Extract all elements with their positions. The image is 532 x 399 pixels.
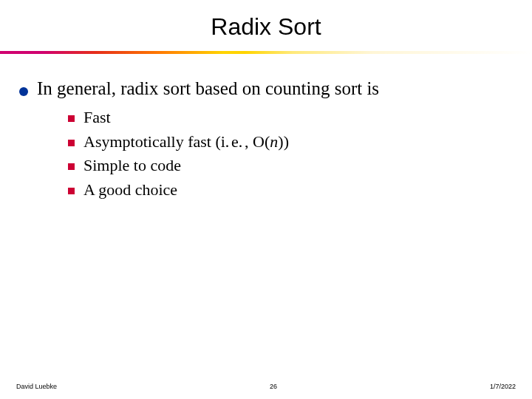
sub-bullet-list: Fast Asymptotically fast (i. e. , O(n)) … (68, 107, 532, 200)
footer-page-number: 26 (270, 383, 277, 390)
square-bullet-icon (68, 163, 75, 170)
top-bullet-row: In general, radix sort based on counting… (19, 78, 532, 100)
slide-footer: David Luebke 26 1/7/2022 (0, 383, 532, 390)
square-bullet-icon (68, 140, 75, 146)
footer-author: David Luebke (16, 383, 57, 390)
sub-bullet-text: Fast (83, 107, 111, 129)
sub-bullet-text: Simple to code (83, 155, 181, 177)
sub-bullet-text: A good choice (83, 180, 177, 201)
sub-bullet-text: Asymptotically fast (i. e. , O(n)) (83, 132, 289, 153)
list-item: Simple to code (68, 155, 532, 177)
square-bullet-icon (68, 188, 75, 194)
accent-divider (0, 51, 532, 54)
list-item: Asymptotically fast (i. e. , O(n)) (68, 132, 532, 153)
slide-content: In general, radix sort based on counting… (0, 78, 532, 200)
top-bullet-text: In general, radix sort based on counting… (37, 78, 379, 100)
footer-date: 1/7/2022 (490, 383, 516, 390)
square-bullet-icon (68, 115, 75, 122)
circle-bullet-icon (19, 87, 28, 96)
list-item: Fast (68, 107, 532, 129)
slide-title: Radix Sort (0, 13, 532, 41)
list-item: A good choice (68, 180, 532, 201)
